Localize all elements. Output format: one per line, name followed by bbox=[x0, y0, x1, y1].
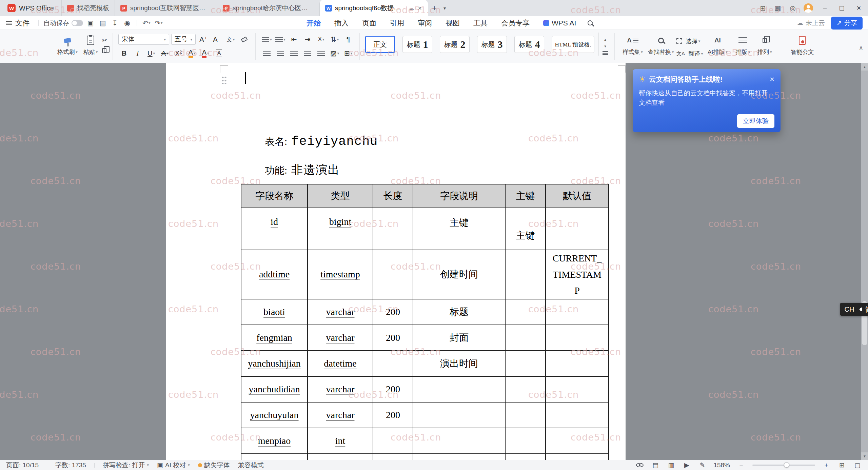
play-presentation-icon[interactable]: ▶ bbox=[682, 461, 691, 469]
align-justify-button[interactable] bbox=[302, 48, 313, 59]
scroll-down-icon[interactable]: ▼ bbox=[861, 452, 868, 460]
popup-try-now-button[interactable]: 立即体验 bbox=[737, 114, 774, 128]
paste-button[interactable]: 粘贴▾ bbox=[79, 33, 102, 56]
outline-view-icon[interactable]: ▥ bbox=[667, 461, 675, 469]
style-item[interactable]: HTML 预设格. bbox=[552, 36, 594, 53]
window-close-button[interactable]: × bbox=[851, 0, 867, 16]
decrease-indent-button[interactable]: ⇤ bbox=[288, 34, 300, 45]
save-button[interactable]: ▣ bbox=[85, 18, 96, 28]
menu-tab-WPS AI[interactable]: WPS AI bbox=[543, 19, 576, 27]
arrange-button[interactable]: 排列▾ bbox=[754, 33, 775, 56]
word-count[interactable]: 字数: 1735 bbox=[55, 461, 86, 470]
font-color-button[interactable]: A▾ bbox=[200, 48, 211, 59]
style-item[interactable]: 标题1 bbox=[402, 36, 432, 53]
superscript-button[interactable]: X² bbox=[173, 48, 184, 59]
gallery-down-button[interactable]: ▾ bbox=[601, 43, 609, 49]
line-spacing-button[interactable]: ⇅▾ bbox=[329, 34, 340, 45]
font-name-select[interactable]: 宋体▾ bbox=[118, 34, 169, 45]
font-size-select[interactable]: 五号▾ bbox=[171, 34, 196, 45]
highlight-color-button[interactable]: A▾ bbox=[186, 48, 198, 59]
missing-font-warning[interactable]: 缺失字体 bbox=[198, 461, 230, 470]
paragraph-mark-button[interactable]: ¶ bbox=[342, 34, 354, 45]
doc-tab-3[interactable]: P springboot哈尔滨中心医院用户端... bbox=[217, 0, 319, 16]
clear-format-button[interactable] bbox=[238, 34, 250, 45]
menu-tab-引用[interactable]: 引用 bbox=[390, 18, 404, 28]
increase-font-button[interactable]: A⁺ bbox=[198, 34, 209, 45]
assistant-icon[interactable]: ◎ bbox=[786, 0, 800, 16]
gallery-up-button[interactable]: ▴ bbox=[601, 37, 609, 42]
smart-gov-doc-button[interactable]: 智能公文 bbox=[787, 33, 818, 56]
menu-tab-审阅[interactable]: 审阅 bbox=[418, 18, 432, 28]
style-item[interactable]: 标题2 bbox=[440, 36, 470, 53]
shading-button[interactable]: ▨▾ bbox=[329, 48, 340, 59]
translate-button[interactable]: 文A 翻译▾ bbox=[676, 50, 703, 58]
character-border-button[interactable]: A bbox=[213, 48, 225, 59]
window-minimize-button[interactable]: − bbox=[817, 0, 833, 16]
zoom-in-button[interactable]: + bbox=[822, 462, 831, 469]
style-item[interactable]: 标题4 bbox=[514, 36, 544, 53]
typeset-button[interactable]: 排版▾ bbox=[732, 33, 754, 56]
undo-button[interactable]: ↶▾ bbox=[141, 18, 152, 28]
page-indicator[interactable]: 页面: 10/15 bbox=[6, 461, 39, 470]
style-item[interactable]: 正文 bbox=[365, 36, 395, 53]
collapse-ribbon-icon[interactable]: ∧ bbox=[859, 44, 863, 52]
ime-language-badge[interactable]: CH 简 bbox=[840, 303, 868, 316]
vertical-scrollbar[interactable]: ▲ ▼ bbox=[861, 63, 868, 460]
cloud-status[interactable]: ☁ 未上云 bbox=[797, 19, 825, 27]
share-button[interactable]: ↗ 分享 bbox=[831, 17, 863, 30]
preview-button[interactable]: ◉ bbox=[122, 18, 133, 28]
zoom-slider-thumb[interactable] bbox=[784, 462, 789, 468]
menu-tab-会员专享[interactable]: 会员专享 bbox=[501, 18, 530, 28]
decrease-font-button[interactable]: A⁻ bbox=[211, 34, 223, 45]
align-right-button[interactable] bbox=[288, 48, 300, 59]
align-distribute-button[interactable] bbox=[315, 48, 327, 59]
gallery-more-button[interactable] bbox=[601, 50, 609, 56]
numbered-list-button[interactable]: ▾ bbox=[275, 34, 286, 45]
menu-tab-插入[interactable]: 插入 bbox=[334, 18, 349, 28]
page-view-icon[interactable]: ▤ bbox=[651, 461, 660, 469]
doc-tab-active[interactable]: W springbootsqf6o数据库文... ☁ × bbox=[319, 0, 428, 16]
fit-width-icon[interactable]: ▢ bbox=[853, 461, 862, 469]
cut-button[interactable]: ✂ bbox=[102, 37, 107, 44]
layout-switch-icon[interactable]: ▦ bbox=[771, 0, 785, 16]
edit-mode-icon[interactable]: ✎ bbox=[698, 461, 707, 469]
menu-tab-工具[interactable]: 工具 bbox=[473, 18, 488, 28]
align-center-button[interactable] bbox=[275, 48, 286, 59]
redo-button[interactable]: ↷▾ bbox=[153, 18, 164, 28]
menu-tab-开始[interactable]: 开始 bbox=[307, 18, 321, 28]
style-item[interactable]: 标题3 bbox=[477, 36, 507, 53]
scroll-up-icon[interactable]: ▲ bbox=[861, 63, 868, 71]
compatibility-mode[interactable]: 兼容模式 bbox=[238, 461, 264, 470]
tab-close-icon[interactable]: × bbox=[417, 4, 422, 12]
bold-button[interactable]: B bbox=[118, 48, 130, 59]
autosave-toggle[interactable] bbox=[72, 20, 83, 26]
format-painter-button[interactable]: 格式刷▾ bbox=[56, 33, 79, 56]
user-avatar[interactable] bbox=[804, 3, 813, 13]
increase-indent-button[interactable]: ⇥ bbox=[302, 34, 313, 45]
export-button[interactable]: ↧ bbox=[110, 18, 120, 28]
paragraph-drag-handle-icon[interactable] bbox=[221, 76, 227, 84]
bullet-list-button[interactable]: ▾ bbox=[261, 34, 273, 45]
style-set-button[interactable]: A 样式集▾ bbox=[620, 33, 645, 56]
new-tab-button[interactable]: + bbox=[428, 0, 441, 16]
popup-close-icon[interactable]: × bbox=[770, 75, 774, 83]
zoom-percentage[interactable]: 158% bbox=[713, 462, 730, 469]
strikethrough-button[interactable]: A▾ bbox=[159, 48, 171, 59]
ai-typeset-button[interactable]: AI AI排版▾ bbox=[703, 33, 732, 56]
text-tools-button[interactable]: 文▾ bbox=[225, 34, 236, 45]
ai-proofread-button[interactable]: ▣AI 校对▾ bbox=[157, 461, 190, 470]
borders-button[interactable]: ⊞▾ bbox=[342, 48, 354, 59]
align-left-button[interactable] bbox=[261, 48, 273, 59]
menu-tab-页面[interactable]: 页面 bbox=[362, 18, 376, 28]
tab-list-chevron[interactable]: ▾ bbox=[441, 0, 449, 16]
file-menu-button[interactable]: 文件 bbox=[0, 18, 36, 28]
doc-tab-1[interactable]: 找稻壳模板 bbox=[61, 0, 115, 16]
autosave-control[interactable]: 自动保存 bbox=[41, 19, 85, 27]
document-page[interactable]: 表名: feiyiyanchu 功能: 非遗演出 字段名称类型长度字段说明主键默… bbox=[166, 63, 626, 460]
find-replace-button[interactable]: 查找替换▾ bbox=[645, 33, 676, 56]
spellcheck-status[interactable]: 拼写检查: 打开▾ bbox=[103, 461, 149, 470]
italic-button[interactable]: I bbox=[132, 48, 143, 59]
select-button[interactable]: 选择▾ bbox=[676, 37, 703, 45]
print-button[interactable]: ▤ bbox=[97, 18, 108, 28]
menu-tab-视图[interactable]: 视图 bbox=[446, 18, 460, 28]
